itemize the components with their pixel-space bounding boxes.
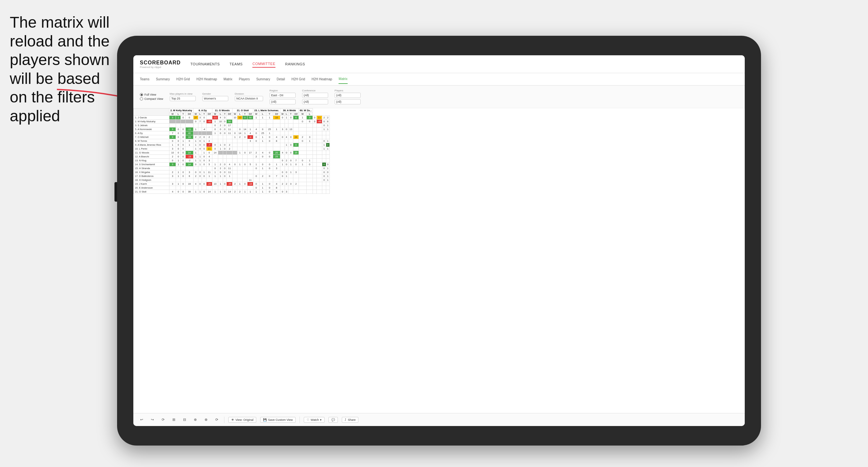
cell xyxy=(326,135,330,139)
cell: 1 xyxy=(176,174,181,178)
cell xyxy=(176,178,181,182)
sh-t2: T xyxy=(202,113,207,116)
refresh-button[interactable]: ⟳ xyxy=(160,416,166,423)
cell xyxy=(288,190,293,194)
cell: 0 xyxy=(293,163,299,166)
cell: 1 xyxy=(322,143,326,147)
nav-committee[interactable]: COMMITTEE xyxy=(252,61,275,68)
sub-nav-h2h-heatmap[interactable]: H2H Heatmap xyxy=(196,75,217,84)
sub-nav-teams[interactable]: Teams xyxy=(140,75,149,84)
sub-nav-summary2[interactable]: Summary xyxy=(256,75,270,84)
undo-icon: ↩ xyxy=(140,417,143,422)
cell: 0 xyxy=(322,174,326,178)
cell: 9 xyxy=(273,190,280,194)
cell xyxy=(218,135,223,139)
save-custom-button[interactable]: 💾 Save Custom View xyxy=(260,417,296,423)
cell xyxy=(223,139,227,143)
cell xyxy=(285,155,288,159)
max-players-select[interactable]: Top 25 xyxy=(170,96,196,101)
nav-rankings[interactable]: RANKINGS xyxy=(285,61,305,67)
cell: 0 xyxy=(181,170,186,174)
watch-button[interactable]: ♡ Watch ▾ xyxy=(304,417,324,423)
cell: 0 xyxy=(181,116,186,120)
sub-nav-h2h-grid[interactable]: H2H Grid xyxy=(176,75,190,84)
cell: 0 xyxy=(322,166,326,170)
sub-nav-players[interactable]: Players xyxy=(239,75,250,84)
cell: 0 xyxy=(280,135,285,139)
cell: 1 xyxy=(326,127,330,131)
settings-button[interactable]: ⊗ xyxy=(203,416,210,423)
undo-button[interactable]: ↩ xyxy=(138,416,145,423)
nav-teams[interactable]: TEAMS xyxy=(229,61,243,67)
players-select[interactable]: (All) xyxy=(335,93,361,98)
cell xyxy=(206,131,212,135)
cell: 4 xyxy=(193,182,198,186)
cell xyxy=(232,170,238,174)
full-view-radio[interactable] xyxy=(140,93,143,96)
sub-nav-h2h-grid2[interactable]: H2H Grid xyxy=(291,75,305,84)
sub-nav-matrix2[interactable]: Matrix xyxy=(339,74,347,84)
cell: 1 xyxy=(273,163,280,166)
share-button[interactable]: ⤴ Share xyxy=(342,417,359,423)
cell: 3 xyxy=(280,127,285,131)
zoom-fit-icon: ⊞ xyxy=(173,417,175,422)
refresh-icon: ⟳ xyxy=(162,417,164,422)
region-sub-select[interactable]: (All) xyxy=(270,99,296,104)
comment-button[interactable]: 💬 xyxy=(329,417,338,423)
player-name: 14. S Srichantamit xyxy=(134,163,169,166)
cell: 0 xyxy=(223,174,227,178)
cell xyxy=(280,155,285,159)
nav-tournaments[interactable]: TOURNAMENTS xyxy=(191,61,220,67)
cell: 0 xyxy=(288,116,293,120)
app-content: SCOREBOARD Powered by clippd TOURNAMENTS… xyxy=(133,55,745,426)
region-label: Region xyxy=(270,89,296,92)
cell xyxy=(193,166,198,170)
cell xyxy=(259,143,266,147)
watch-label: Watch xyxy=(311,418,319,422)
conference-sub-select[interactable]: (All) xyxy=(302,99,328,104)
cell xyxy=(306,127,313,131)
cell: 2 xyxy=(193,135,198,139)
cell: 0 xyxy=(299,139,306,143)
matrix-area[interactable]: 2. M Kelly Mulcahy 6. A Dy 11. G Woods 2… xyxy=(133,108,745,413)
cell xyxy=(193,178,198,182)
sub-nav-detail[interactable]: Detail xyxy=(277,75,285,84)
cell xyxy=(218,159,223,163)
zoom-in-button[interactable]: ⊕ xyxy=(192,416,199,423)
players-sub-select[interactable]: (All) xyxy=(335,99,361,104)
cell xyxy=(280,139,285,143)
col-header-schumac: 23. L Marie Schumac. xyxy=(253,108,280,113)
clock-icon: ⟳ xyxy=(215,417,218,422)
cell: 0 xyxy=(266,135,273,139)
cell: 1 xyxy=(288,163,293,166)
view-original-button[interactable]: 👁 View: Original xyxy=(228,417,256,423)
division-select[interactable]: NCAA Division II xyxy=(235,96,263,101)
sub-nav-h2h-heatmap2[interactable]: H2H Heatmap xyxy=(312,75,332,84)
gender-select[interactable]: Women's xyxy=(202,96,228,101)
cell: 0 xyxy=(223,116,227,120)
sub-nav-summary[interactable]: Summary xyxy=(156,75,170,84)
zoom-fit-button[interactable]: ⊞ xyxy=(170,416,177,423)
cell: 1 xyxy=(218,143,223,147)
cell xyxy=(212,186,218,190)
cell: 17 xyxy=(247,151,253,155)
cell: 25 xyxy=(259,131,266,135)
cell xyxy=(247,174,253,178)
cell: 0 xyxy=(176,127,181,131)
sub-nav-matrix[interactable]: Matrix xyxy=(223,75,232,84)
redo-button[interactable]: ↪ xyxy=(149,416,156,423)
table-row: 12. A Bianchi 2 0 0 -18 1 1 0 4 xyxy=(134,155,330,159)
compact-view-option[interactable]: Compact View xyxy=(140,97,163,100)
cell xyxy=(326,151,330,155)
cell: 1 xyxy=(198,163,202,166)
compact-view-radio[interactable] xyxy=(140,97,143,100)
cell: -40 xyxy=(206,120,212,124)
conference-select[interactable]: (All) xyxy=(302,93,328,98)
player-name: 18. H Hodgson xyxy=(134,178,169,182)
full-view-option[interactable]: Full View xyxy=(140,93,163,96)
zoom-out-button[interactable]: ⊟ xyxy=(181,416,188,423)
region-select[interactable]: East - DII xyxy=(270,93,296,98)
clock-button[interactable]: ⟳ xyxy=(213,416,220,423)
cell: 0 xyxy=(293,143,299,147)
cell xyxy=(232,166,238,170)
